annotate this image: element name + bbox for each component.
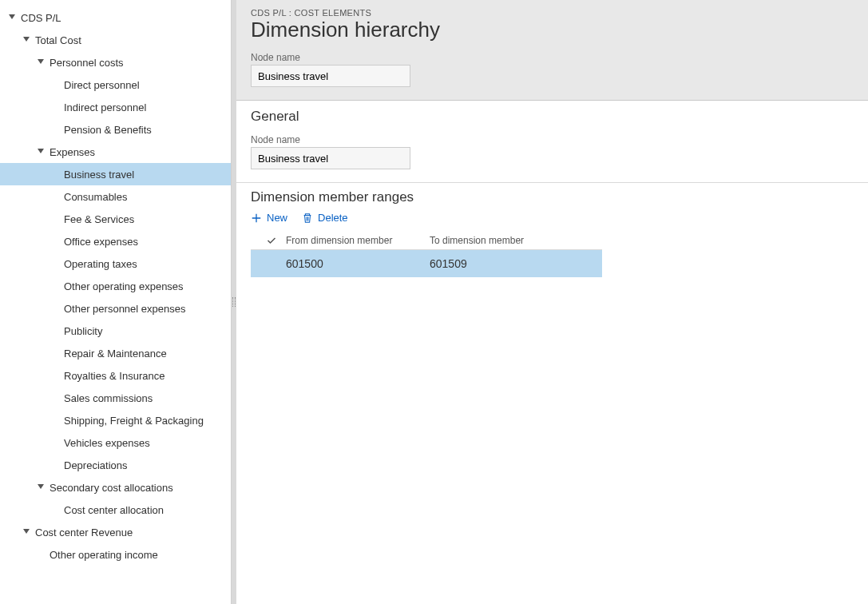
tree-item[interactable]: Consumables: [0, 185, 231, 208]
ranges-section: Dimension member ranges New Delete From …: [236, 183, 868, 290]
tree-item-label: Expenses: [48, 146, 95, 158]
tree-sidebar: CDS P/LTotal CostPersonnel costsDirect p…: [0, 0, 232, 604]
node-name-label: Node name: [251, 52, 854, 63]
svg-marker-0: [9, 14, 15, 19]
tree-item-label: Vehicles expenses: [62, 437, 150, 449]
tree-item-label: Consumables: [62, 191, 128, 203]
tree-item-label: Indirect personnel: [62, 101, 146, 113]
tree-item-label: Cost center allocation: [62, 504, 164, 516]
column-header-to[interactable]: To dimension member: [430, 235, 573, 246]
main-panel: CDS P/L : COST ELEMENTS Dimension hierar…: [236, 0, 868, 604]
tree-item[interactable]: Repair & Maintenance: [0, 342, 231, 364]
general-section: General Node name: [236, 101, 868, 183]
tree-item-label: Direct personnel: [62, 79, 140, 91]
collapse-icon[interactable]: [35, 57, 46, 68]
collapse-icon[interactable]: [21, 34, 32, 46]
general-node-name-label: Node name: [251, 134, 854, 145]
tree-item[interactable]: CDS P/L: [0, 6, 231, 29]
tree-item-label: Office expenses: [62, 236, 138, 248]
tree-item-label: Repair & Maintenance: [62, 348, 167, 360]
tree-item[interactable]: Office expenses: [0, 230, 231, 252]
tree-item[interactable]: Other operating expenses: [0, 275, 231, 297]
ranges-section-title: Dimension member ranges: [251, 189, 854, 205]
tree-item[interactable]: Vehicles expenses: [0, 431, 231, 454]
tree-item[interactable]: Royalties & Insurance: [0, 364, 231, 387]
tree-item-label: Total Cost: [34, 34, 81, 46]
delete-button[interactable]: Delete: [302, 212, 348, 224]
tree-item[interactable]: Pension & Benefits: [0, 118, 231, 141]
tree-item[interactable]: Operating taxes: [0, 252, 231, 275]
tree-item[interactable]: Depreciations: [0, 454, 231, 476]
page-title: Dimension hierarchy: [251, 18, 854, 42]
column-header-from[interactable]: From dimension member: [286, 235, 430, 246]
svg-marker-1: [23, 37, 30, 42]
tree-item-label: Publicity: [62, 325, 102, 337]
plus-icon: [251, 213, 262, 224]
cell-to[interactable]: 601509: [430, 257, 573, 270]
collapse-icon[interactable]: [6, 12, 18, 23]
pane-resizer[interactable]: [232, 0, 236, 604]
svg-marker-3: [38, 149, 44, 153]
tree-item[interactable]: Publicity: [0, 320, 231, 342]
delete-button-label: Delete: [318, 212, 348, 224]
general-section-title: General: [251, 109, 854, 125]
ranges-toolbar: New Delete: [251, 212, 854, 224]
svg-marker-5: [23, 529, 30, 534]
ranges-grid: From dimension member To dimension membe…: [251, 232, 602, 277]
tree-item[interactable]: Expenses: [0, 141, 231, 163]
tree-item-label: CDS P/L: [19, 12, 61, 24]
tree-item[interactable]: Fee & Services: [0, 208, 231, 230]
grid-header: From dimension member To dimension membe…: [251, 232, 602, 250]
tree-item[interactable]: Total Cost: [0, 29, 231, 51]
tree-item[interactable]: Other personnel expenses: [0, 297, 231, 320]
tree-item-label: Other operating income: [48, 549, 158, 561]
breadcrumb: CDS P/L : COST ELEMENTS: [251, 8, 854, 18]
tree-item[interactable]: Business travel: [0, 163, 231, 185]
tree-item[interactable]: Sales commissions: [0, 387, 231, 409]
tree-item[interactable]: Direct personnel: [0, 74, 231, 96]
new-button-label: New: [267, 212, 287, 224]
tree-item-label: Operating taxes: [62, 258, 137, 270]
tree-item-label: Fee & Services: [62, 213, 134, 225]
tree-item[interactable]: Cost center Revenue: [0, 521, 231, 543]
svg-marker-4: [38, 484, 44, 489]
page-header: CDS P/L : COST ELEMENTS Dimension hierar…: [236, 0, 868, 101]
new-button[interactable]: New: [251, 212, 287, 224]
tree-item-label: Cost center Revenue: [34, 527, 133, 538]
select-all-column[interactable]: [257, 236, 286, 245]
svg-marker-2: [38, 59, 44, 64]
tree-item-label: Other operating expenses: [62, 280, 184, 292]
tree-item[interactable]: Secondary cost allocations: [0, 476, 231, 499]
tree-item-label: Pension & Benefits: [62, 124, 152, 136]
tree-item[interactable]: Cost center allocation: [0, 499, 231, 521]
tree-item[interactable]: Other operating income: [0, 543, 231, 566]
tree-item[interactable]: Personnel costs: [0, 51, 231, 74]
trash-icon: [302, 213, 313, 224]
collapse-icon[interactable]: [21, 527, 32, 538]
check-icon: [267, 236, 276, 245]
tree-item-label: Other personnel expenses: [62, 303, 185, 315]
tree-item-label: Sales commissions: [62, 392, 153, 404]
tree-item-label: Personnel costs: [48, 57, 124, 69]
node-name-input[interactable]: [251, 65, 410, 87]
tree-item-label: Depreciations: [62, 459, 128, 471]
tree-item-label: Royalties & Insurance: [62, 370, 164, 382]
tree-item[interactable]: Shipping, Freight & Packaging: [0, 409, 231, 431]
collapse-icon[interactable]: [35, 146, 46, 157]
tree-item-label: Shipping, Freight & Packaging: [62, 415, 204, 427]
table-row[interactable]: 601500601509: [251, 250, 602, 277]
collapse-icon[interactable]: [35, 482, 46, 493]
cell-from[interactable]: 601500: [286, 257, 430, 270]
tree-item[interactable]: Indirect personnel: [0, 96, 231, 118]
tree-item-label: Business travel: [62, 169, 134, 181]
tree-item-label: Secondary cost allocations: [48, 482, 173, 494]
general-node-name-input[interactable]: [251, 147, 410, 169]
